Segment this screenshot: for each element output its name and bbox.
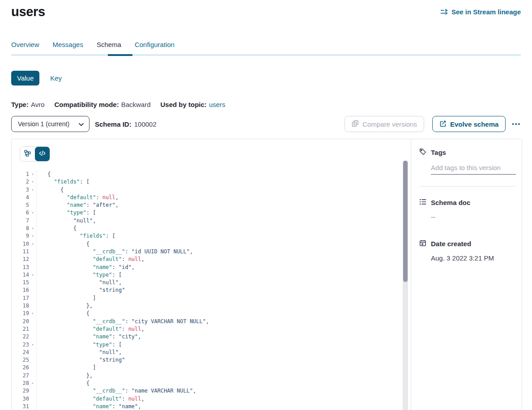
editor-scrollbar-thumb[interactable] [403, 161, 408, 282]
page-title: users [11, 4, 45, 19]
schema-type: Type: Avro [11, 101, 44, 108]
code-line: 10▾{ [12, 240, 411, 248]
used-by-topic: Used by topic: users [161, 101, 226, 108]
code-line: 25"string" [12, 356, 411, 364]
tab-configuration[interactable]: Configuration [135, 41, 174, 54]
fold-spacer [29, 217, 36, 225]
code-line: 28▾{ [12, 380, 411, 387]
key-tab-button[interactable]: Key [50, 74, 62, 82]
code-text: "__crdb__": "id UUID NOT NULL", [36, 248, 411, 256]
fold-toggle-icon[interactable]: ▾ [29, 240, 36, 248]
code-text: "type": [ [36, 209, 411, 217]
tree-view-button[interactable] [20, 147, 35, 161]
fold-spacer [29, 333, 36, 341]
stream-lineage-link[interactable]: See in Stream lineage [440, 8, 521, 16]
tab-messages[interactable]: Messages [53, 41, 83, 54]
fold-toggle-icon[interactable]: ▾ [29, 341, 36, 349]
evolve-schema-label: Evolve schema [450, 120, 498, 128]
tab-active-indicator [108, 54, 132, 56]
line-number: 10 [12, 240, 29, 248]
schema-sidebar: Tags Schema doc -- [411, 139, 522, 410]
compare-versions-icon [352, 120, 359, 128]
schema-code-pane: 1▾{2▾"fields": [3▾{4"default": null,5"na… [12, 139, 411, 410]
compatibility-mode: Compatibility mode: Backward [54, 101, 150, 108]
line-number: 16 [12, 286, 29, 294]
fold-spacer [29, 279, 36, 286]
fold-toggle-icon[interactable]: ▾ [29, 380, 36, 387]
code-text: { [36, 380, 411, 387]
fold-toggle-icon[interactable]: ▾ [29, 178, 36, 186]
schema-doc-value: -- [431, 213, 516, 221]
tab-schema[interactable]: Schema [97, 41, 121, 54]
code-text: ] [36, 295, 411, 302]
compat-value: Backward [121, 101, 151, 108]
fold-spacer [29, 372, 36, 380]
line-number: 29 [12, 387, 29, 395]
code-line: 24"null", [12, 349, 411, 356]
code-text: { [36, 171, 411, 178]
line-number: 20 [12, 318, 29, 325]
code-text: "default": null, [36, 256, 411, 263]
code-text: "name": "city", [36, 333, 411, 341]
topic-link[interactable]: users [209, 101, 226, 108]
code-line: 26] [12, 364, 411, 372]
fold-toggle-icon[interactable]: ▾ [29, 171, 36, 178]
sidebar-divider [419, 186, 516, 187]
code-line: 21"default": null, [12, 325, 411, 333]
code-text: "__crdb__": "city VARCHAR NOT NULL", [36, 318, 411, 325]
code-editor[interactable]: 1▾{2▾"fields": [3▾{4"default": null,5"na… [12, 171, 411, 410]
code-line: 23▾"type": [ [12, 341, 411, 349]
code-line: 30"default": null, [12, 395, 411, 403]
code-text: }, [36, 372, 411, 380]
code-text: { [36, 310, 411, 317]
evolve-schema-button[interactable]: Evolve schema [432, 116, 506, 132]
fold-toggle-icon[interactable]: ▾ [29, 232, 36, 240]
fold-toggle-icon[interactable]: ▾ [29, 186, 36, 194]
code-text: "default": null, [36, 194, 411, 201]
line-number: 6 [12, 209, 29, 217]
code-line: 3▾{ [12, 186, 411, 194]
code-line: 7"null", [12, 217, 411, 225]
code-line: 20"__crdb__": "city VARCHAR NOT NULL", [12, 318, 411, 325]
add-tags-input[interactable] [431, 163, 516, 175]
line-number: 15 [12, 279, 29, 286]
code-line: 11"__crdb__": "id UUID NOT NULL", [12, 248, 411, 256]
fold-spacer [29, 395, 36, 403]
value-tab-button[interactable]: Value [11, 71, 39, 85]
fold-toggle-icon[interactable]: ▾ [29, 271, 36, 279]
code-line: 5"name": "after", [12, 201, 411, 209]
more-options-button[interactable]: ••• [512, 116, 521, 132]
schema-id-label: Schema ID: [95, 120, 132, 128]
code-line: 17] [12, 295, 411, 302]
fold-toggle-icon[interactable]: ▾ [29, 310, 36, 317]
line-number: 31 [12, 403, 29, 410]
code-line: 27}, [12, 372, 411, 380]
line-number: 26 [12, 364, 29, 372]
edit-icon [439, 120, 447, 128]
line-number: 14 [12, 271, 29, 279]
line-number: 27 [12, 372, 29, 380]
tag-icon [419, 148, 426, 157]
editor-scrollbar-track[interactable] [403, 161, 408, 410]
code-text: "fields": [ [36, 232, 411, 240]
schema-meta-row: Type: Avro Compatibility mode: Backward … [11, 101, 532, 108]
code-view-button[interactable] [35, 147, 50, 161]
list-icon [419, 198, 426, 207]
line-number: 13 [12, 264, 29, 271]
fold-toggle-icon[interactable]: ▾ [29, 225, 36, 232]
schema-card: 1▾{2▾"fields": [3▾{4"default": null,5"na… [11, 139, 522, 410]
code-line: 13"name": "id", [12, 264, 411, 271]
code-text: { [36, 240, 411, 248]
tab-overview[interactable]: Overview [11, 41, 39, 54]
code-line: 18}, [12, 302, 411, 310]
code-text: { [36, 225, 411, 232]
fold-toggle-icon[interactable]: ▾ [29, 209, 36, 217]
version-select[interactable]: Version 1 (current) [11, 116, 89, 132]
fold-spacer [29, 194, 36, 201]
line-number: 1 [12, 171, 29, 178]
line-number: 21 [12, 325, 29, 333]
schema-id-value: 100002 [134, 120, 157, 128]
compare-versions-button[interactable]: Compare versions [345, 116, 424, 132]
view-toggle-group [20, 146, 50, 162]
fold-spacer [29, 248, 36, 256]
